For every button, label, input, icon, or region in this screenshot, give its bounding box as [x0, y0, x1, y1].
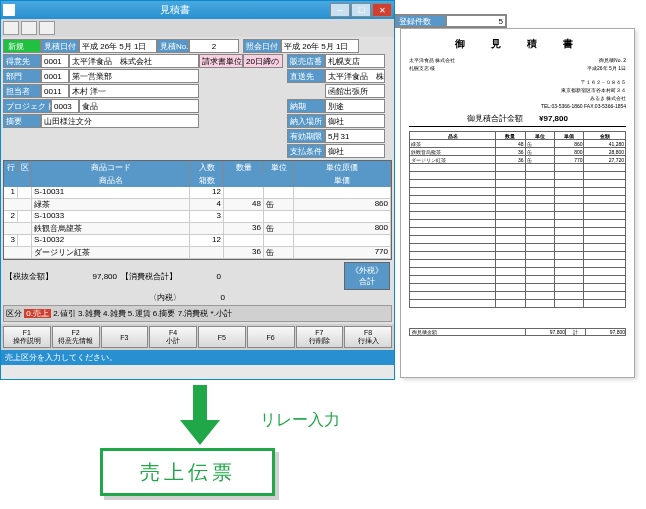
info2-label: 納入場所	[287, 114, 325, 128]
dept-label: 部門	[3, 69, 41, 83]
preview-row: ダージリン紅茶36缶77027,720	[410, 156, 626, 164]
table-row[interactable]: 緑茶448缶860	[4, 199, 391, 211]
info2-val[interactable]: 御社	[325, 114, 385, 128]
inq-date-label: 照会日付	[243, 39, 281, 53]
preview-subt: 97,800	[525, 329, 565, 335]
table-row[interactable]: 2S-100333	[4, 211, 391, 223]
form-content: 新規 見積日付 平成 26年 5月 1日 見積No. 2 照会日付 平成 26年…	[1, 37, 394, 324]
kbn-option[interactable]: 3.雑費	[76, 309, 101, 318]
date-label: 見積日付	[41, 39, 79, 53]
dest-label: 直送先	[287, 69, 325, 83]
preview-addr: 〒１６２－０８４５	[581, 79, 626, 85]
person-name[interactable]: 木村 洋一	[69, 84, 199, 98]
totals: 【税抜金額】 97,800 【消費税合計】 0 《外税》 合計	[3, 260, 392, 292]
fkey-F2[interactable]: F2得意先情報	[52, 326, 100, 348]
cust-name[interactable]: 太平洋食品 株式会社	[69, 54, 199, 68]
proj-code[interactable]: 0003	[51, 99, 79, 113]
fkey-bar: F1操作説明F2得意先情報F3F4小計F5F6F7行削除F8行挿入	[1, 324, 394, 350]
tot-l3: 〈内税〉	[149, 292, 181, 303]
toolbar-btn[interactable]	[21, 21, 37, 35]
col-boxes: 入数	[190, 161, 224, 174]
inq-date-field[interactable]: 平成 26年 5月 1日	[281, 39, 359, 53]
col-line: 行	[4, 161, 18, 174]
req-unit-label: 請求書単位	[199, 54, 243, 68]
dept-name[interactable]: 第一営業部	[69, 69, 199, 83]
kbn-option[interactable]: 4.雑費	[101, 309, 126, 318]
toolbar-btn[interactable]	[3, 21, 19, 35]
preview-subt-lbl: 御見積金額	[410, 329, 525, 335]
new-badge: 新規	[3, 39, 41, 53]
preview-no: 御見積No. 2	[599, 57, 626, 63]
line-grid: 行 区 商品コード 入数 数量 単位 単位原価 商品名 箱数 単価 1S-100…	[3, 160, 392, 260]
info1-val[interactable]: 別途	[325, 99, 385, 113]
info3-label: 有効期限	[287, 129, 325, 143]
dest2[interactable]: 函館出張所	[325, 84, 385, 98]
req-unit: 20日締の	[243, 54, 283, 68]
tot-v1: 97,800	[57, 272, 117, 281]
close-button[interactable]: ✕	[372, 3, 392, 17]
table-row[interactable]: 鉄観音烏龍茶36缶800	[4, 223, 391, 235]
maximize-button[interactable]: ☐	[351, 3, 371, 17]
tot-l2: 【消費税合計】	[121, 271, 177, 282]
sales-name[interactable]: 札幌支店	[325, 54, 385, 68]
summary-label: 摘要	[3, 114, 41, 128]
cust-code[interactable]: 0001	[41, 54, 69, 68]
no-field[interactable]: 2	[189, 39, 239, 53]
preview-addr2: 東京都新宿区市谷本村町３４	[561, 87, 626, 93]
preview-co: みるき 株式会社	[590, 95, 626, 101]
preview-tel: TEL:03-5366-1860 FAX:03-5366-1854	[541, 103, 626, 109]
person-label: 担当者	[3, 84, 41, 98]
preview-date: 平成26年 5月 1日	[587, 65, 626, 71]
col-name: 商品名	[32, 174, 190, 187]
proj-label: プロジェクト	[3, 99, 51, 113]
sales-label: 販売店番	[287, 54, 325, 68]
kbn-option[interactable]: 2.値引	[51, 309, 76, 318]
table-row[interactable]: ダージリン紅茶36缶770	[4, 247, 391, 259]
app-icon	[3, 4, 15, 16]
fkey-F8[interactable]: F8行挿入	[344, 326, 392, 348]
col-uprice: 単位原価	[294, 161, 391, 174]
regcount-value: 5	[446, 15, 506, 27]
window-title: 見積書	[19, 3, 330, 17]
regcount-bar: 登録件数 5	[395, 14, 507, 28]
col-qty: 数量	[224, 161, 264, 174]
kbn-option[interactable]: 7.消費税	[175, 309, 208, 318]
fkey-F4[interactable]: F4小計	[149, 326, 197, 348]
fkey-F7[interactable]: F7行削除	[296, 326, 344, 348]
tot-v2: 0	[181, 272, 221, 281]
kbn-option[interactable]: 0.売上	[24, 309, 51, 318]
info4-label: 支払条件	[287, 144, 325, 158]
minimize-button[interactable]: ─	[330, 3, 350, 17]
fkey-F6[interactable]: F6	[247, 326, 295, 348]
fkey-F1[interactable]: F1操作説明	[3, 326, 51, 348]
kbn-option[interactable]: *.小計	[208, 309, 232, 318]
info3-val[interactable]: 5月31	[325, 129, 385, 143]
kbn-bar: 区分 0.売上 2.値引 3.雑費 4.雑費 5.運賃 6.摘要 7.消費税 *…	[3, 305, 392, 322]
sales-slip-card: 売上伝票	[100, 448, 275, 496]
info4-val[interactable]: 御社	[325, 144, 385, 158]
kbn-option[interactable]: 5.運賃	[126, 309, 151, 318]
preview-total: ¥97,800	[539, 114, 568, 123]
dept-code[interactable]: 0001	[41, 69, 69, 83]
table-row[interactable]: 3S-1003212	[4, 235, 391, 247]
date-field[interactable]: 平成 26年 5月 1日	[79, 39, 157, 53]
summary[interactable]: 山田様注文分	[41, 114, 199, 128]
toolbar-btn[interactable]	[39, 21, 55, 35]
table-row[interactable]: 1S-1003112	[4, 187, 391, 199]
no-label: 見積No.	[157, 39, 189, 53]
col-kbn: 区	[18, 161, 32, 174]
preview-table: 品名数量単位単価金額 緑茶48缶86041,280鉄観音烏龍茶36缶80028,…	[409, 131, 626, 308]
info1-label: 納期	[287, 99, 325, 113]
kbn-option[interactable]: 6.摘要	[151, 309, 176, 318]
person-code[interactable]: 0011	[41, 84, 69, 98]
fkey-F3[interactable]: F3	[101, 326, 149, 348]
titlebar: 見積書 ─ ☐ ✕	[1, 1, 394, 19]
preview-total-lbl: 御見積合計金額	[467, 114, 523, 123]
tax-button[interactable]: 《外税》 合計	[344, 262, 390, 290]
regcount-label: 登録件数	[396, 15, 446, 27]
fkey-F5[interactable]: F5	[198, 326, 246, 348]
proj-name[interactable]: 食品	[79, 99, 199, 113]
preview-to2: 札幌支店 様	[409, 65, 435, 71]
kbn-label: 区分	[6, 309, 22, 318]
dest-name[interactable]: 太平洋食品 株式会	[325, 69, 385, 83]
